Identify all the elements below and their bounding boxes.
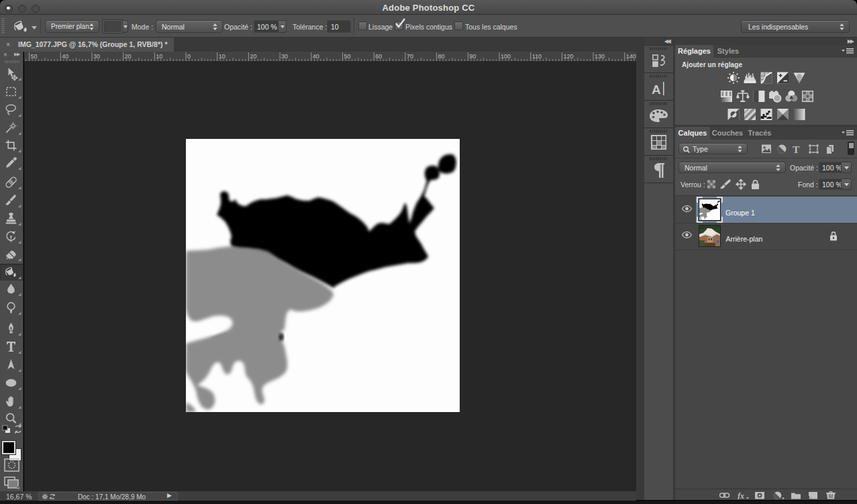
svg-text:50: 50: [344, 53, 351, 60]
svg-text:fx: fx: [738, 491, 744, 499]
svg-text:10: 10: [156, 53, 162, 60]
svg-text:50: 50: [31, 53, 38, 60]
svg-text:90: 90: [469, 53, 476, 60]
svg-text:40: 40: [313, 53, 319, 60]
svg-text:A: A: [652, 83, 661, 97]
svg-text:80: 80: [438, 53, 445, 60]
svg-text:70: 70: [407, 53, 413, 60]
svg-text:30: 30: [93, 53, 100, 60]
svg-text:120: 120: [563, 53, 573, 60]
svg-text:140: 140: [626, 53, 636, 60]
svg-text:40: 40: [62, 53, 68, 60]
svg-text:T: T: [793, 144, 800, 154]
svg-text:30: 30: [281, 53, 288, 60]
svg-text:110: 110: [532, 53, 542, 60]
svg-text:130: 130: [595, 53, 605, 60]
svg-text:20: 20: [250, 53, 256, 60]
svg-text:10: 10: [219, 53, 225, 60]
svg-text:0: 0: [187, 53, 191, 60]
svg-text:100: 100: [501, 53, 511, 60]
svg-text:60: 60: [375, 53, 382, 60]
svg-text:20: 20: [125, 53, 132, 60]
